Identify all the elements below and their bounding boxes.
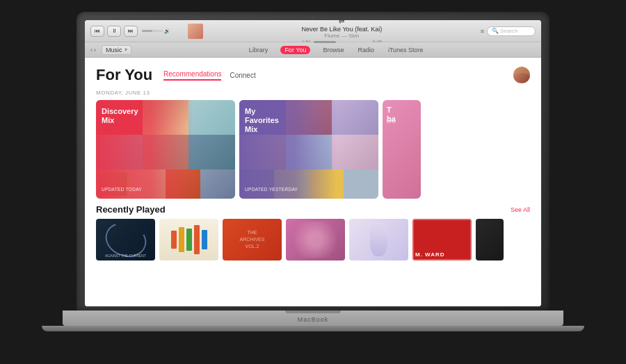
now-playing-thumbnail [188, 24, 203, 39]
small-album-4 [200, 169, 235, 199]
album-row: AGAINST THE CURRENT THEARCHIVESVOL.2 [96, 219, 530, 260]
mix-cell-4 [96, 135, 143, 169]
tab-for-you[interactable]: For You [280, 46, 310, 54]
nav-arrows: ‹ › [90, 47, 96, 53]
main-content: For You Recommendations Connect MONDAY, … [85, 58, 541, 306]
search-placeholder: Search [500, 28, 517, 34]
fav-cell-2 [286, 100, 332, 135]
page-header: For You Recommendations Connect [96, 66, 530, 84]
recent-album-6[interactable]: M. WARD [412, 219, 472, 260]
laptop-base: MacBook [63, 311, 563, 326]
progress-bar[interactable] [314, 41, 369, 43]
partial-mix-card: Tba UPD [383, 100, 421, 199]
page-title-area: For You Recommendations Connect [96, 66, 256, 84]
small-album-2 [131, 169, 166, 199]
screen: ⏮ ⏸ ⏭ 🔊 ⇄ Never Be Like You (feat. K [85, 20, 541, 306]
tab-library[interactable]: Library [248, 46, 270, 54]
recent-album-7[interactable] [476, 219, 504, 260]
recent-album-3[interactable]: THEARCHIVESVOL.2 [223, 219, 282, 260]
tab-recommendations[interactable]: Recommendations [163, 70, 221, 81]
recent-album-5[interactable] [349, 219, 408, 260]
tab-itunes-store[interactable]: iTunes Store [387, 46, 425, 54]
now-playing-info: ⇄ Never Be Like You (feat. Kai) Flume — … [207, 20, 476, 44]
song-artist: Flume — Skin [324, 33, 359, 39]
mixes-container: Discovery Mix UPDATED TODAY [96, 100, 530, 199]
date-label: MONDAY, JUNE 13 [96, 90, 530, 96]
location-chevron: ▾ [125, 47, 127, 53]
fav-cell-6 [332, 135, 378, 169]
favorites-mix-card[interactable]: My Favorites Mix UPDATED YESTERDAY [239, 100, 378, 199]
tab-browse[interactable]: Browse [321, 46, 345, 54]
transport-controls: ⇄ [339, 20, 344, 25]
recent-album-2[interactable] [159, 219, 218, 260]
screen-bezel: ⏮ ⏸ ⏭ 🔊 ⇄ Never Be Like You (feat. K [77, 12, 549, 311]
fav-cell-1 [239, 100, 286, 135]
song-title: Never Be Like You (feat. Kai) [302, 26, 383, 33]
small-album-3 [166, 169, 200, 199]
laptop-brand: MacBook [298, 316, 329, 326]
laptop: ⏮ ⏸ ⏭ 🔊 ⇄ Never Be Like You (feat. K [42, 12, 584, 352]
forward-button[interactable]: ⏭ [124, 26, 138, 37]
recently-played-header: Recently Played See All [96, 204, 530, 215]
nav-tabs: Library For You Browse Radio iTunes Stor… [137, 46, 536, 54]
content-tabs: Recommendations Connect [163, 70, 256, 81]
itunes-toolbar: ⏮ ⏸ ⏭ 🔊 ⇄ Never Be Like You (feat. K [85, 20, 541, 42]
rewind-button[interactable]: ⏮ [90, 26, 104, 37]
playback-controls: ⏮ ⏸ ⏭ [90, 26, 138, 37]
tab-radio[interactable]: Radio [356, 46, 376, 54]
shuffle-button[interactable]: ⇄ [339, 20, 344, 25]
fav-cell-5 [286, 135, 332, 169]
page-title: For You [96, 66, 152, 84]
see-all-button[interactable]: See All [511, 206, 530, 213]
fav-small-4 [344, 169, 378, 199]
mix-cell-3 [188, 100, 235, 135]
play-pause-button[interactable]: ⏸ [107, 26, 121, 37]
discovery-mix-card[interactable]: Discovery Mix UPDATED TODAY [96, 100, 235, 199]
fav-small-2 [274, 169, 309, 199]
recently-played-title: Recently Played [96, 204, 166, 215]
mix-cell-6 [188, 135, 235, 169]
mix-cell-5 [143, 135, 189, 169]
laptop-foot [42, 326, 584, 331]
tab-connect[interactable]: Connect [230, 72, 255, 81]
partial-text: Tba UPD [383, 100, 400, 129]
location-breadcrumb[interactable]: Music ▾ [102, 45, 131, 55]
mix-cell-1 [96, 100, 143, 135]
recent-album-1[interactable]: AGAINST THE CURRENT [96, 219, 155, 260]
fav-cell-4 [239, 135, 286, 169]
small-album-1 [96, 169, 131, 199]
list-view-button[interactable]: ≡ [481, 28, 484, 35]
location-label: Music [106, 47, 122, 53]
recent-album-4[interactable] [286, 219, 345, 260]
mix-cell-2 [143, 100, 189, 135]
user-avatar[interactable] [513, 67, 530, 83]
fav-cell-3 [332, 100, 378, 135]
forward-arrow[interactable]: › [94, 47, 96, 53]
toolbar-right: ≡ 🔍 Search [481, 26, 536, 36]
fav-small-3 [309, 169, 344, 199]
itunes-nav: ‹ › Music ▾ Library For You Browse Radio… [85, 42, 541, 58]
back-arrow[interactable]: ‹ [90, 47, 93, 53]
search-box[interactable]: 🔍 Search [487, 26, 536, 36]
fav-small-1 [239, 169, 274, 199]
